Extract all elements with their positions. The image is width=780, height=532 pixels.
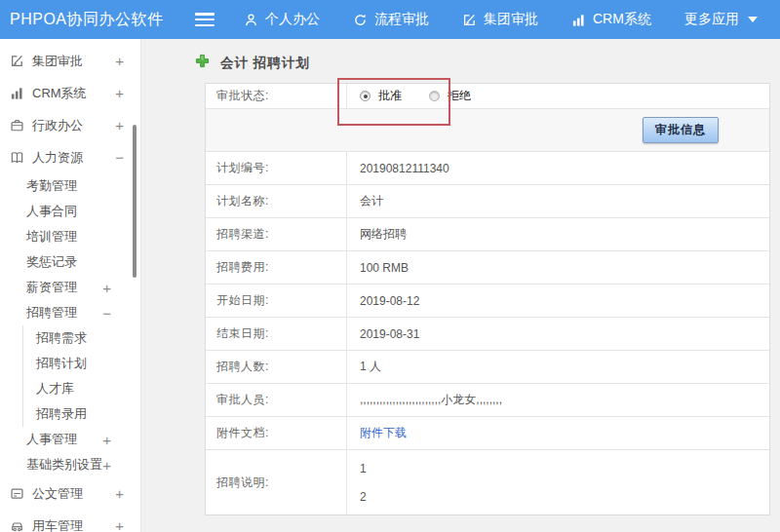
- breadcrumb: 会计 招聘计划: [195, 54, 780, 72]
- edit-square-icon: [462, 13, 477, 27]
- sidebar-scrollbar[interactable]: [133, 125, 136, 278]
- radio-reject-label: 拒绝: [448, 88, 471, 104]
- sidebar-item-document-mgmt[interactable]: 公文管理+: [0, 477, 140, 510]
- sidebar-item-label: 用车管理: [32, 517, 83, 532]
- sidebar-item-hr-contract[interactable]: 人事合同: [0, 199, 140, 224]
- sidebar-item-recruit-hire[interactable]: 招聘录用: [22, 401, 140, 427]
- sidebar-item-crm-system[interactable]: CRM系统+: [0, 77, 140, 109]
- book-icon: [10, 150, 24, 165]
- sidebar-item-recruit-plan[interactable]: 招聘计划: [22, 351, 140, 376]
- sidebar: 集团审批+CRM系统+行政办公+人力资源−考勤管理人事合同培训管理奖惩记录薪资管…: [0, 39, 141, 532]
- field-value: 100 RMB: [347, 251, 769, 284]
- field-label: 招聘费用:: [206, 251, 347, 284]
- field-value: 1 人: [347, 351, 769, 383]
- sidebar-item-label: 人事管理: [26, 431, 77, 448]
- field-row-approval-status: 审批状态: 批准 拒绝: [206, 84, 769, 109]
- collapse-minus-icon[interactable]: −: [102, 306, 111, 321]
- field-row-recruit-channel: 招聘渠道:网络招聘: [206, 218, 769, 251]
- process-arrow-icon: [353, 13, 368, 27]
- field-label: 审批人员:: [206, 384, 347, 416]
- sidebar-item-vehicle-mgmt[interactable]: 用车管理+: [0, 510, 140, 532]
- sidebar-item-personnel-mgmt[interactable]: 人事管理+: [0, 427, 140, 452]
- field-label: 招聘人数:: [206, 351, 347, 383]
- approval-button-row: 审批信息: [206, 109, 769, 152]
- hamburger-menu-icon[interactable]: [195, 13, 214, 26]
- sidebar-item-human-resources[interactable]: 人力资源−: [0, 141, 140, 173]
- radio-approve-input[interactable]: [360, 91, 370, 101]
- field-row-start-date: 开始日期:2019-08-12: [206, 285, 769, 318]
- sidebar-item-training-mgmt[interactable]: 培训管理: [0, 224, 140, 249]
- sidebar-item-label: 薪资管理: [26, 279, 77, 296]
- nav-item-more-apps[interactable]: 更多应用: [684, 11, 758, 28]
- expand-plus-icon[interactable]: +: [115, 86, 124, 100]
- nav-item-label: 集团审批: [484, 11, 538, 28]
- nav-item-personal-office[interactable]: 个人办公: [244, 11, 320, 28]
- navbar-menu: 个人办公流程审批集团审批CRM系统更多应用: [244, 11, 758, 28]
- expand-plus-icon[interactable]: +: [102, 458, 111, 473]
- bar-chart-icon: [571, 13, 586, 27]
- document-icon: [10, 486, 24, 501]
- page-title: 会计 招聘计划: [220, 55, 310, 72]
- field-label: 招聘渠道:: [206, 218, 347, 250]
- field-row-attachment: 附件文档:附件下载: [206, 417, 769, 450]
- nav-item-crm-system[interactable]: CRM系统: [571, 11, 651, 28]
- attachment-download-link[interactable]: 附件下载: [360, 425, 407, 441]
- expand-plus-icon[interactable]: +: [115, 118, 124, 133]
- field-row-plan-name: 计划名称:会计: [206, 185, 769, 218]
- expand-plus-icon[interactable]: +: [115, 54, 124, 68]
- field-value: ,,,,,,,,,,,,,,,,,,,,,,,,,小龙女,,,,,,,,: [347, 384, 769, 416]
- field-value: 附件下载: [347, 417, 769, 449]
- field-label: 结束日期:: [206, 318, 347, 350]
- app-logo[interactable]: PHPOA协同办公软件: [0, 10, 187, 30]
- field-value: 2019-08-31: [347, 318, 769, 350]
- field-value-line: 1: [360, 462, 367, 475]
- sidebar-item-label: 公文管理: [32, 485, 83, 503]
- add-plus-icon[interactable]: [195, 54, 210, 72]
- nav-item-group-approval[interactable]: 集团审批: [462, 11, 538, 28]
- sidebar-item-label: 招聘需求: [36, 329, 87, 347]
- expand-plus-icon[interactable]: +: [102, 433, 111, 447]
- sidebar-item-recruit-demand[interactable]: 招聘需求: [22, 325, 140, 351]
- radio-reject[interactable]: 拒绝: [429, 88, 471, 104]
- field-label: 开始日期:: [206, 285, 347, 317]
- sidebar-item-label: 培训管理: [26, 228, 77, 246]
- sidebar-item-base-categories[interactable]: 基础类别设置+: [0, 452, 140, 477]
- sidebar-item-label: 人才库: [36, 380, 74, 398]
- field-row-recruit-count: 招聘人数:1 人: [206, 351, 769, 384]
- sidebar-item-label: 人力资源: [32, 149, 83, 167]
- nav-item-label: 个人办公: [265, 11, 320, 28]
- nav-item-label: 更多应用: [684, 11, 739, 28]
- sidebar-item-label: 奖惩记录: [26, 253, 77, 271]
- field-value: 会计: [347, 185, 769, 217]
- sidebar-item-talent-pool[interactable]: 人才库: [22, 376, 140, 401]
- radio-approve-label: 批准: [378, 88, 402, 104]
- sidebar-item-attendance-mgmt[interactable]: 考勤管理: [0, 173, 140, 199]
- radio-reject-input[interactable]: [429, 91, 440, 101]
- edit-square-icon: [10, 54, 24, 68]
- field-row-end-date: 结束日期:2019-08-31: [206, 318, 769, 351]
- sidebar-item-label: 人事合同: [26, 203, 77, 220]
- sidebar-item-admin-office[interactable]: 行政办公+: [0, 109, 140, 141]
- nav-item-label: CRM系统: [593, 11, 651, 28]
- nav-item-process-approval[interactable]: 流程审批: [353, 11, 429, 28]
- sidebar-item-label: CRM系统: [32, 85, 87, 102]
- detail-table: 审批状态: 批准 拒绝 审批信息 计划编号:20190812111340计划名称…: [205, 83, 770, 515]
- sidebar-item-label: 招聘管理: [26, 304, 77, 322]
- approval-status-radio-group: 批准 拒绝: [347, 84, 769, 108]
- approval-info-button[interactable]: 审批信息: [643, 117, 719, 143]
- field-label: 招聘说明:: [206, 450, 347, 514]
- collapse-minus-icon[interactable]: −: [115, 150, 124, 165]
- radio-approve[interactable]: 批准: [360, 88, 402, 104]
- sidebar-item-label: 集团审批: [32, 53, 83, 70]
- expand-plus-icon[interactable]: +: [115, 518, 124, 532]
- field-rows: 计划编号:20190812111340计划名称:会计招聘渠道:网络招聘招聘费用:…: [206, 152, 769, 514]
- top-navbar: PHPOA协同办公软件 个人办公流程审批集团审批CRM系统更多应用: [0, 0, 780, 39]
- field-value-line: 2: [360, 490, 367, 504]
- expand-plus-icon[interactable]: +: [115, 486, 124, 501]
- expand-plus-icon[interactable]: +: [102, 281, 111, 295]
- sidebar-item-group-approval[interactable]: 集团审批+: [0, 45, 140, 77]
- sidebar-item-salary-mgmt[interactable]: 薪资管理+: [0, 275, 140, 300]
- sidebar-item-recruit-mgmt[interactable]: 招聘管理−: [0, 300, 140, 325]
- field-row-recruit-desc: 招聘说明:12: [206, 450, 769, 514]
- sidebar-item-reward-records[interactable]: 奖惩记录: [0, 249, 140, 275]
